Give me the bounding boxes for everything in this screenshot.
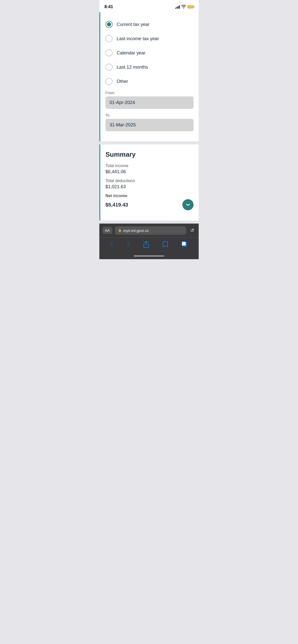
radio-circle-last-income-tax-year xyxy=(105,35,113,42)
lock-icon: 🔒 xyxy=(118,229,122,232)
radio-option-other[interactable]: Other xyxy=(105,74,194,89)
total-deductions-row: Total deductions $1,021.63 xyxy=(105,179,194,189)
browser-bar: AA 🔒 myir.ird.govt.nz ↺ xyxy=(99,224,199,237)
total-income-row: Total income $6,441.06 xyxy=(105,164,194,174)
net-income-value: $5,419.43 xyxy=(105,202,128,208)
main-content: Current tax year Last income tax year Ca… xyxy=(99,12,199,224)
home-pill xyxy=(134,255,164,257)
home-indicator xyxy=(99,254,199,259)
font-size-button[interactable]: AA xyxy=(102,227,112,234)
radio-circle-other xyxy=(105,78,113,85)
net-income-text-group: $5,419.43 xyxy=(105,202,128,208)
status-bar: 8:41 xyxy=(99,0,199,12)
bookmark-button[interactable] xyxy=(160,240,170,249)
back-button[interactable] xyxy=(108,241,115,248)
net-income-label: Net income xyxy=(105,194,194,198)
expand-button[interactable] xyxy=(182,199,194,210)
forward-button[interactable] xyxy=(125,241,132,248)
nav-bar xyxy=(99,237,199,254)
net-income-row: Net income $5,419.43 xyxy=(105,194,194,210)
radio-option-calendar-year[interactable]: Calendar year xyxy=(105,46,194,60)
share-button[interactable] xyxy=(141,240,151,249)
tabs-button[interactable] xyxy=(180,240,190,248)
status-time: 8:41 xyxy=(104,4,113,9)
period-selector-card: Current tax year Last income tax year Ca… xyxy=(99,12,199,141)
radio-label-current-tax-year: Current tax year xyxy=(117,22,150,27)
battery-icon xyxy=(187,5,194,8)
to-date-section: To 31-Mar-2025 xyxy=(105,113,194,131)
net-income-row-inner: $5,419.43 xyxy=(105,199,194,210)
signal-icon xyxy=(175,5,180,9)
radio-circle-last-12-months xyxy=(105,64,113,71)
summary-card: Summary Total income $6,441.06 Total ded… xyxy=(99,144,199,221)
status-icons xyxy=(175,5,194,9)
total-income-label: Total income xyxy=(105,164,194,168)
radio-circle-calendar-year xyxy=(105,49,113,56)
wifi-icon xyxy=(181,5,186,9)
to-label: To xyxy=(105,113,194,117)
url-bar[interactable]: 🔒 myir.ird.govt.nz xyxy=(115,226,186,235)
url-text: myir.ird.govt.nz xyxy=(123,228,149,233)
radio-label-other: Other xyxy=(117,79,128,84)
total-deductions-label: Total deductions xyxy=(105,179,194,183)
from-label: From xyxy=(105,91,194,95)
total-income-value: $6,441.06 xyxy=(105,169,194,174)
radio-option-current-tax-year[interactable]: Current tax year xyxy=(105,17,194,32)
radio-label-calendar-year: Calendar year xyxy=(117,50,145,56)
to-date-input[interactable]: 31-Mar-2025 xyxy=(105,119,194,131)
reload-button[interactable]: ↺ xyxy=(189,226,196,235)
summary-title: Summary xyxy=(105,151,194,158)
from-date-section: From 01-Apr-2024 xyxy=(105,91,194,109)
radio-option-last-12-months[interactable]: Last 12 months xyxy=(105,60,194,74)
total-deductions-value: $1,021.63 xyxy=(105,184,194,189)
radio-circle-current-tax-year xyxy=(105,21,113,28)
svg-rect-1 xyxy=(182,242,186,246)
radio-label-last-12-months: Last 12 months xyxy=(117,65,148,70)
radio-option-last-income-tax-year[interactable]: Last income tax year xyxy=(105,32,194,46)
radio-label-last-income-tax-year: Last income tax year xyxy=(117,36,159,41)
from-date-input[interactable]: 01-Apr-2024 xyxy=(105,96,194,109)
